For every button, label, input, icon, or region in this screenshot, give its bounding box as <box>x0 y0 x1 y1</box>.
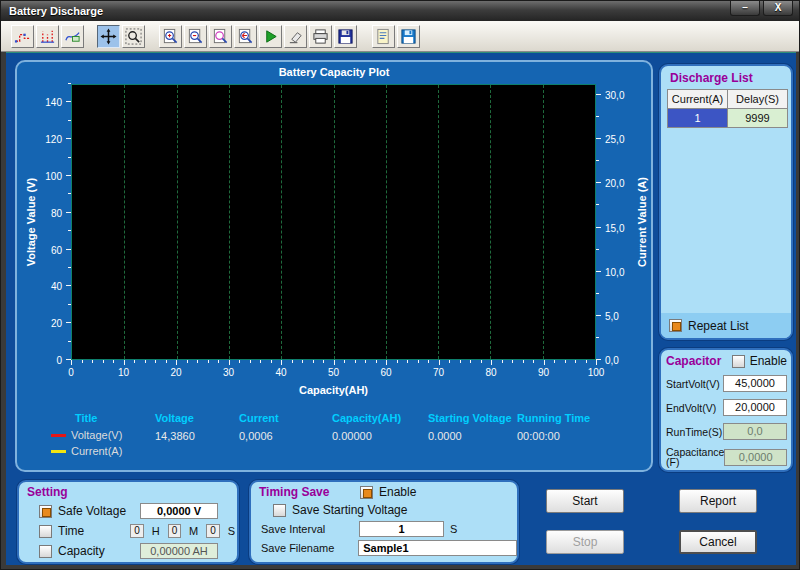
save-interval-field[interactable]: 1 <box>359 521 444 537</box>
zoom-region-button[interactable] <box>122 25 145 48</box>
x-axis-tick-label: 20 <box>170 367 181 378</box>
save-starting-voltage-checkbox[interactable] <box>273 504 286 517</box>
discharge-column-header[interactable]: Current(A) <box>668 90 728 109</box>
main-body: Battery Capacity Plot 020406080100120140… <box>6 52 796 565</box>
title-bar[interactable]: Battery Discharge – X <box>1 1 799 21</box>
y-right-tick <box>596 182 601 183</box>
y-left-tick <box>66 175 71 176</box>
plot-style-curve-button[interactable] <box>61 25 84 48</box>
capacitor-enable-checkbox[interactable] <box>732 355 745 368</box>
zoom-window-button[interactable] <box>209 25 232 48</box>
x-axis-tick <box>334 360 335 365</box>
discharge-delay-cell[interactable]: 9999 <box>728 109 788 128</box>
x-axis-tick <box>376 360 377 363</box>
y-left-tick <box>66 212 71 213</box>
save-filename-field[interactable]: Sample1 <box>358 540 517 556</box>
y-left-tick <box>68 304 71 305</box>
plot-style-bars-button[interactable] <box>36 25 59 48</box>
x-axis-tick-label: 70 <box>433 367 444 378</box>
save-starting-voltage-label: Save Starting Voltage <box>292 503 407 517</box>
y-left-tick <box>66 285 71 286</box>
discharge-table: Current(A)Delay(S)19999 <box>667 89 788 128</box>
x-axis-tick <box>218 360 219 363</box>
gridline-vertical <box>124 85 125 359</box>
setting-title: Setting <box>27 485 237 499</box>
x-axis-tick <box>523 360 524 363</box>
discharge-list-title: Discharge List <box>670 71 791 85</box>
x-axis-tick <box>449 360 450 363</box>
startvolt-field[interactable]: 45,0000 <box>723 375 787 392</box>
safe-voltage-checkbox[interactable] <box>39 505 52 518</box>
gridline-vertical <box>177 85 178 359</box>
zoom-in-icon <box>162 28 179 45</box>
discharge-list-panel: Discharge List Current(A)Delay(S)19999 R… <box>659 64 793 340</box>
y-right-tick <box>596 271 601 272</box>
time-checkbox[interactable] <box>39 525 52 538</box>
zoom-out-button[interactable] <box>184 25 207 48</box>
x-axis-tick-label: 10 <box>118 367 129 378</box>
current-swatch-icon <box>51 450 66 453</box>
endvolt-field[interactable]: 20,0000 <box>723 399 787 416</box>
setting-panel: Setting Safe Voltage 0,0000 V Time 0H 0M… <box>17 480 239 564</box>
save-data-button[interactable] <box>397 25 420 48</box>
y-right-tick-label: 5,0 <box>605 310 619 321</box>
cancel-button[interactable]: Cancel <box>679 530 757 554</box>
legend-header-voltage: Voltage <box>155 412 239 427</box>
repeat-list-checkbox[interactable] <box>669 319 682 332</box>
x-axis-tick <box>281 360 282 365</box>
y-left-tick <box>68 267 71 268</box>
x-axis-tick <box>575 360 576 363</box>
x-axis-tick <box>470 360 471 363</box>
close-button[interactable]: X <box>763 1 793 16</box>
discharge-current-cell[interactable]: 1 <box>668 109 728 128</box>
chart-legend: Title Voltage(V) Current(A) Voltage 14,3… <box>47 412 607 459</box>
y-left-tick <box>66 249 71 250</box>
y-left-tick-label: 60 <box>51 244 62 255</box>
print-button[interactable] <box>309 25 332 48</box>
timing-save-enable-checkbox[interactable] <box>360 486 373 499</box>
x-axis-tick <box>82 360 83 363</box>
report-file-button[interactable] <box>372 25 395 48</box>
capacity-checkbox[interactable] <box>39 545 52 558</box>
y-left-tick-label: 40 <box>51 281 62 292</box>
gridline-vertical <box>229 85 230 359</box>
y-right-tick <box>596 116 599 117</box>
eraser-icon <box>287 28 304 45</box>
x-axis-tick <box>124 360 125 365</box>
x-axis-tick <box>134 360 135 363</box>
save-button[interactable] <box>334 25 357 48</box>
y-right-tick <box>596 160 599 161</box>
run-button[interactable] <box>259 25 282 48</box>
x-axis-tick-label: 0 <box>68 367 74 378</box>
plot-style-step-button[interactable] <box>11 25 34 48</box>
y-left-tick-label: 120 <box>45 134 62 145</box>
x-axis-tick <box>491 360 492 365</box>
safe-voltage-field[interactable]: 0,0000 V <box>140 503 218 519</box>
x-axis-tick <box>313 360 314 363</box>
gridline-vertical <box>386 85 387 359</box>
x-axis-tick <box>92 360 93 363</box>
x-axis-tick <box>271 360 272 363</box>
zoom-reset-button[interactable] <box>234 25 257 48</box>
x-axis-tick <box>166 360 167 363</box>
report-button[interactable]: Report <box>679 489 757 513</box>
time-seconds-field[interactable]: 0 <box>206 524 219 538</box>
gridline-vertical <box>543 85 544 359</box>
x-axis-tick <box>250 360 251 363</box>
time-minutes-field[interactable]: 0 <box>168 524 181 538</box>
erase-button[interactable] <box>284 25 307 48</box>
discharge-column-header[interactable]: Delay(S) <box>728 90 788 109</box>
capacitor-panel: Capacitor Enable StartVolt(V)45,0000 End… <box>659 348 793 472</box>
x-axis-title: Capacity(AH) <box>71 384 596 396</box>
plot-area[interactable] <box>71 84 596 360</box>
y-left-tick <box>68 83 71 84</box>
y-left-tick-label: 0 <box>56 355 62 366</box>
x-axis-tick <box>323 360 324 363</box>
x-axis-tick-label: 100 <box>588 367 605 378</box>
start-button[interactable]: Start <box>546 489 624 513</box>
zoom-in-button[interactable] <box>159 25 182 48</box>
minimize-button[interactable]: – <box>730 1 760 16</box>
time-hours-field[interactable]: 0 <box>130 524 143 538</box>
pan-button[interactable] <box>97 25 120 48</box>
x-axis-tick <box>439 360 440 365</box>
